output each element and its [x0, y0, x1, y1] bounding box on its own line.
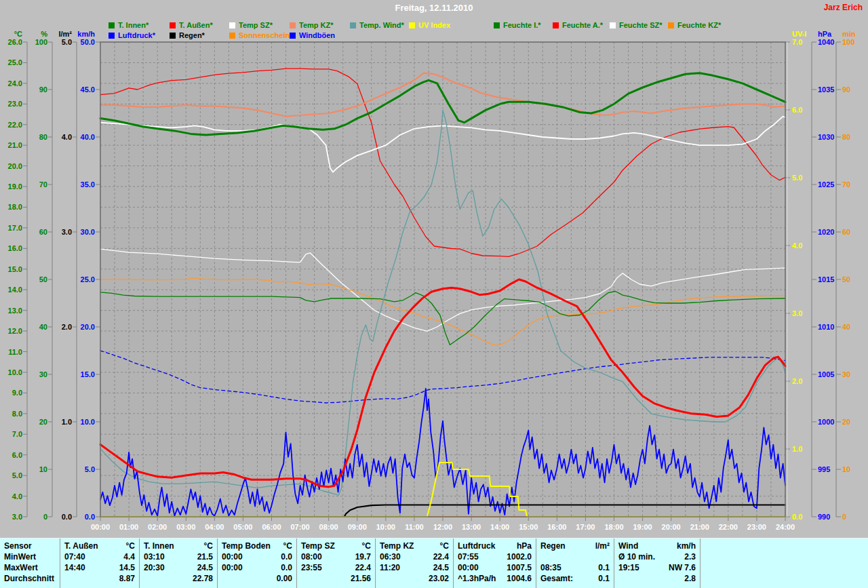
svg-text:1015: 1015: [818, 275, 834, 283]
legend-swatch: [170, 33, 176, 39]
svg-text:3.0: 3.0: [792, 309, 802, 317]
x-tick-label: 17:00: [576, 523, 595, 531]
avg-value: 22.78: [193, 573, 213, 584]
svg-text:11.0: 11.0: [8, 348, 22, 356]
x-tick-label: 21:00: [690, 523, 709, 531]
table-column-t-innen: T. Innen°C03:1021.520:3024.522.78: [139, 538, 217, 588]
max-time: 19:15: [618, 562, 639, 573]
avg-value: 23.02: [429, 573, 449, 584]
svg-text:15.0: 15.0: [8, 265, 22, 273]
column-name: Temp Boden: [222, 541, 271, 551]
legend-label: Windböen: [299, 31, 335, 39]
axis-pressure: [812, 42, 816, 517]
avg-value: 0.1: [598, 573, 610, 584]
avg-value: 1004.6: [507, 573, 532, 584]
x-tick-label: 19:00: [633, 523, 652, 531]
max-time: 00:00: [222, 562, 243, 573]
legend-label: Feuchte I.*: [503, 21, 541, 29]
min-value: 1002.0: [507, 551, 532, 562]
table-column-temp-boden: Temp Boden°C00:000.000:000.00.00: [217, 538, 296, 588]
svg-text:1025: 1025: [818, 180, 834, 189]
axis-header-temp: °C: [14, 30, 22, 38]
svg-text:30.0: 30.0: [81, 228, 95, 236]
max-value: 0.0: [281, 562, 292, 573]
legend-item-1-5: UV Index: [409, 21, 450, 29]
x-tick-label: 14:00: [490, 523, 509, 531]
svg-text:990: 990: [818, 513, 830, 521]
axis-wind: [96, 42, 100, 517]
svg-text:45.0: 45.0: [81, 85, 95, 94]
avg-label: Gesamt:: [540, 573, 573, 584]
avg-value: 0.00: [277, 573, 292, 584]
svg-text:23.0: 23.0: [8, 100, 22, 108]
svg-text:30: 30: [39, 370, 47, 378]
axis-header-hum: %: [41, 30, 47, 38]
svg-text:5.0: 5.0: [12, 471, 22, 479]
svg-text:100: 100: [842, 38, 854, 46]
svg-text:10.0: 10.0: [81, 418, 95, 426]
table-column-wind: Windkm/hØ 10 min.2.319:15NW 7.62.8: [614, 538, 700, 588]
axis-header-wind: km/h: [77, 30, 95, 38]
avg-value: 8.87: [119, 573, 135, 584]
svg-text:17.0: 17.0: [8, 224, 22, 232]
svg-text:0.0: 0.0: [62, 513, 72, 521]
svg-text:12.0: 12.0: [8, 327, 22, 335]
column-name: Regen: [540, 541, 566, 551]
x-tick-label: 03:00: [176, 523, 195, 531]
svg-text:40: 40: [39, 323, 47, 331]
legend-label: Sonnenschein: [239, 31, 290, 39]
table-column-regen: Regenl/m²08:350.1Gesamt:0.1: [536, 538, 614, 588]
svg-text:90: 90: [842, 85, 850, 94]
legend-item-1-7: Feuchte A.*: [553, 21, 603, 29]
svg-text:1035: 1035: [818, 85, 834, 94]
legend-item-2-1: Regen*: [170, 31, 205, 39]
svg-text:1030: 1030: [818, 133, 834, 141]
legend-label: T. Außen*: [179, 21, 213, 29]
svg-text:25.0: 25.0: [81, 275, 95, 283]
legend-swatch: [290, 33, 296, 39]
svg-text:0.0: 0.0: [792, 513, 802, 521]
legend-label: Temp. Wind*: [359, 21, 404, 29]
legend-label: UV Index: [418, 21, 450, 29]
legend-item-2-3: Windböen: [290, 31, 335, 39]
column-unit: °C: [362, 541, 371, 551]
min-time: 08:00: [301, 551, 322, 562]
axis-rain: [73, 42, 77, 517]
legend-item-2-2: Sonnenschein: [229, 31, 290, 39]
legend-swatch: [290, 22, 296, 28]
svg-text:20.0: 20.0: [81, 323, 95, 331]
x-tick-label: 10:00: [376, 523, 395, 531]
legend-item-1-2: Temp SZ*: [229, 21, 273, 29]
column-unit: °C: [440, 541, 449, 551]
svg-text:1.0: 1.0: [792, 445, 802, 453]
min-time: 03:10: [144, 551, 165, 562]
legend-item-2-0: Luftdruck*: [108, 31, 155, 39]
x-tick-label: 00:00: [91, 523, 110, 531]
svg-text:100: 100: [35, 38, 47, 46]
svg-text:20: 20: [39, 418, 47, 426]
svg-text:2.0: 2.0: [792, 377, 802, 385]
legend-label: Feuchte A.*: [562, 21, 603, 29]
legend-label: T. Innen*: [118, 21, 149, 29]
max-time: 11:20: [380, 562, 400, 573]
svg-text:1005: 1005: [818, 370, 834, 378]
svg-text:0.0: 0.0: [85, 513, 95, 521]
stats-table: SensorMinWertMaxWertDurchschnittT. Außen…: [0, 538, 868, 588]
table-row-labels: SensorMinWertMaxWertDurchschnitt: [0, 538, 60, 588]
svg-text:20.0: 20.0: [8, 162, 22, 170]
svg-text:10.0: 10.0: [8, 368, 22, 376]
column-unit: hPa: [517, 541, 532, 551]
max-time: 00:00: [458, 562, 479, 573]
row-label: MaxWert: [4, 562, 38, 573]
legend-item-1-1: T. Außen*: [170, 21, 213, 29]
min-time: 07:40: [64, 551, 85, 562]
svg-text:10: 10: [39, 465, 47, 473]
svg-text:20: 20: [842, 418, 850, 426]
legend-swatch: [610, 22, 616, 28]
svg-text:9.0: 9.0: [12, 389, 22, 397]
min-time: 06:30: [380, 551, 401, 562]
column-name: Temp KZ: [380, 541, 414, 551]
svg-text:0: 0: [842, 513, 846, 521]
svg-text:7.0: 7.0: [792, 38, 802, 46]
axis-hum: [48, 42, 52, 517]
